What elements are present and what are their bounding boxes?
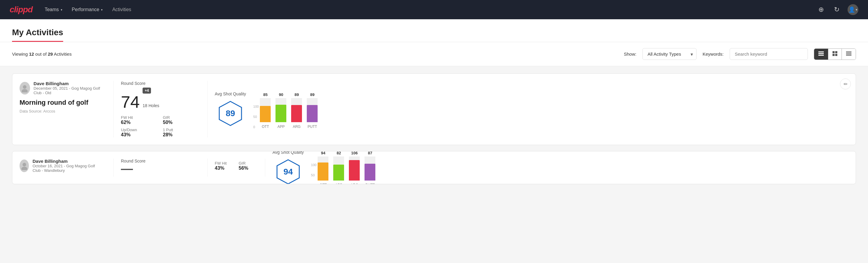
bar2-putt-value: 87 xyxy=(368,151,372,155)
viewing-total: 29 xyxy=(48,52,53,57)
nav-teams-label: Teams xyxy=(44,7,59,12)
avg-shot-quality-section-2: Avg Shot Quality 94 100 50 0 xyxy=(265,158,848,177)
logo[interactable]: clippd xyxy=(10,5,32,14)
activity-date-2: October 16, 2021 - Gog Magog Golf Club -… xyxy=(32,164,104,173)
avatar xyxy=(20,82,30,94)
y-axis-2: 100 50 0 xyxy=(311,163,316,184)
card-user-info-2: Dave Billingham October 16, 2021 - Gog M… xyxy=(20,158,104,177)
y-axis: 100 50 0 xyxy=(253,105,259,129)
bar-arg: 89 ARG xyxy=(291,92,302,129)
svg-rect-5 xyxy=(833,54,835,56)
nav-performance[interactable]: Performance ▾ xyxy=(72,7,103,12)
round-score-label: Round Score xyxy=(121,81,197,86)
user-name-2: Dave Billingham xyxy=(32,158,104,164)
hexagon-container: Avg Shot Quality 89 xyxy=(215,91,246,127)
svg-rect-4 xyxy=(835,51,837,53)
bar2-arg-value: 106 xyxy=(351,151,358,155)
search-input[interactable] xyxy=(730,48,808,60)
user-avatar-nav[interactable]: 👤 ▾ xyxy=(847,4,858,15)
navbar-left: clippd Teams ▾ Performance ▾ Activities xyxy=(10,5,131,14)
bar-arg-label: ARG xyxy=(292,124,301,129)
add-circle-icon[interactable]: ⊕ xyxy=(816,5,826,14)
fw-hit-stat: FW Hit 62% xyxy=(121,115,156,125)
gir-2: GIR 56% xyxy=(239,161,256,171)
viewing-count: 12 xyxy=(29,52,34,57)
chevron-down-icon: ▾ xyxy=(101,8,102,11)
page-title: My Activities xyxy=(12,19,63,42)
nav-teams[interactable]: Teams ▾ xyxy=(44,7,62,12)
y-label-50: 50 xyxy=(253,115,259,119)
bar2-ott-value: 94 xyxy=(321,151,325,155)
one-putt-stat: 1 Putt 28% xyxy=(163,127,198,138)
svg-point-11 xyxy=(23,85,27,89)
bar-ott-label: OTT xyxy=(262,124,269,129)
nav-activities[interactable]: Activities xyxy=(112,7,131,12)
user-row: Dave Billingham December 05, 2021 - Gog … xyxy=(20,81,104,95)
bar2-ott: 94 OTT xyxy=(318,151,329,184)
bar-putt-value: 89 xyxy=(310,92,314,97)
bar-arg-wrap xyxy=(291,98,302,122)
bar-app-label: APP xyxy=(277,124,284,129)
keywords-label: Keywords: xyxy=(703,52,724,57)
mini-stats: FW Hit 62% GIR 50% Up/Down 43% 1 Putt 28… xyxy=(121,115,197,138)
shot-quality-bar-chart: 100 50 0 85 OTT xyxy=(253,90,848,129)
viewing-count-text: Viewing 12 out of 29 Activities xyxy=(12,52,618,57)
bar2-putt: 87 PUTT xyxy=(365,151,375,184)
user-details-2: Dave Billingham October 16, 2021 - Gog M… xyxy=(32,158,104,173)
fw-hit-label-2: FW Hit xyxy=(215,161,231,166)
viewing-suffix: Activities xyxy=(53,52,72,57)
hex-value: 89 xyxy=(225,109,235,118)
bar-chart-inner-2: 100 50 0 94 OTT 82 xyxy=(311,151,848,184)
bars-group-2: 94 OTT 82 APP xyxy=(318,151,375,184)
person-icon: 👤 xyxy=(848,6,855,13)
bar-ott: 85 OTT xyxy=(260,92,271,129)
view-toggle-grid[interactable] xyxy=(828,49,842,60)
fw-hit-value-2: 43% xyxy=(215,166,231,171)
viewing-prefix: Viewing xyxy=(12,52,29,57)
view-toggles xyxy=(814,49,856,60)
fw-hit-value: 62% xyxy=(121,120,156,125)
bar-putt-wrap xyxy=(307,98,318,122)
view-toggle-list-detail[interactable] xyxy=(842,49,856,60)
holes-label: 18 Holes xyxy=(143,103,159,108)
hexagon: 89 xyxy=(217,100,244,127)
view-toggle-list-compact[interactable] xyxy=(814,49,828,60)
bar-putt-fill xyxy=(307,105,318,122)
fw-hit-2: FW Hit 43% xyxy=(215,161,231,171)
bar-app-fill xyxy=(276,105,286,122)
bar2-app-value: 82 xyxy=(337,151,341,155)
bar-ott-wrap xyxy=(260,98,271,122)
one-putt-value: 28% xyxy=(163,132,198,138)
edit-button[interactable]: ✏ xyxy=(840,79,851,89)
updown-value: 43% xyxy=(121,132,156,138)
show-label: Show: xyxy=(624,52,637,57)
bars-group: 85 OTT 90 APP xyxy=(260,92,318,129)
hex-value-2: 94 xyxy=(283,167,292,177)
bar-putt-label: PUTT xyxy=(308,124,317,129)
user-name: Dave Billingham xyxy=(34,81,104,86)
bar-chart-inner: 100 50 0 85 OTT xyxy=(253,90,848,129)
bar-app: 90 APP xyxy=(276,92,286,129)
bar-putt: 89 PUTT xyxy=(307,92,318,129)
filter-bar: Viewing 12 out of 29 Activities Show: Al… xyxy=(0,42,868,66)
bar-arg-value: 89 xyxy=(294,92,299,97)
avg-shot-quality-section: Avg Shot Quality 89 100 50 0 xyxy=(207,81,848,138)
bar2-arg: 106 ARG xyxy=(349,151,360,184)
activity-card-2: Dave Billingham October 16, 2021 - Gog M… xyxy=(12,151,856,184)
round-score-value: 74 xyxy=(121,94,140,111)
bar2-app: 82 APP xyxy=(333,151,344,184)
avatar-2 xyxy=(20,159,29,172)
refresh-icon[interactable]: ↻ xyxy=(832,5,841,14)
gir-value-2: 56% xyxy=(239,166,256,171)
gir-label-2: GIR xyxy=(239,161,256,166)
user-row-2: Dave Billingham October 16, 2021 - Gog M… xyxy=(20,158,104,173)
nav-performance-label: Performance xyxy=(72,7,99,12)
round-score-row: 74 +4 18 Holes xyxy=(121,88,197,111)
hexagon-2: 94 xyxy=(275,158,302,184)
round-stats-2: Round Score xyxy=(114,158,197,177)
data-source: Data Source: Arccos xyxy=(20,109,104,113)
activity-type-select[interactable]: All Activity Types xyxy=(643,48,696,60)
page-header: My Activities xyxy=(0,19,868,42)
activity-card: ✏ Dave Billingham December 05, 2021 - Go… xyxy=(12,74,856,145)
svg-rect-9 xyxy=(846,54,851,55)
